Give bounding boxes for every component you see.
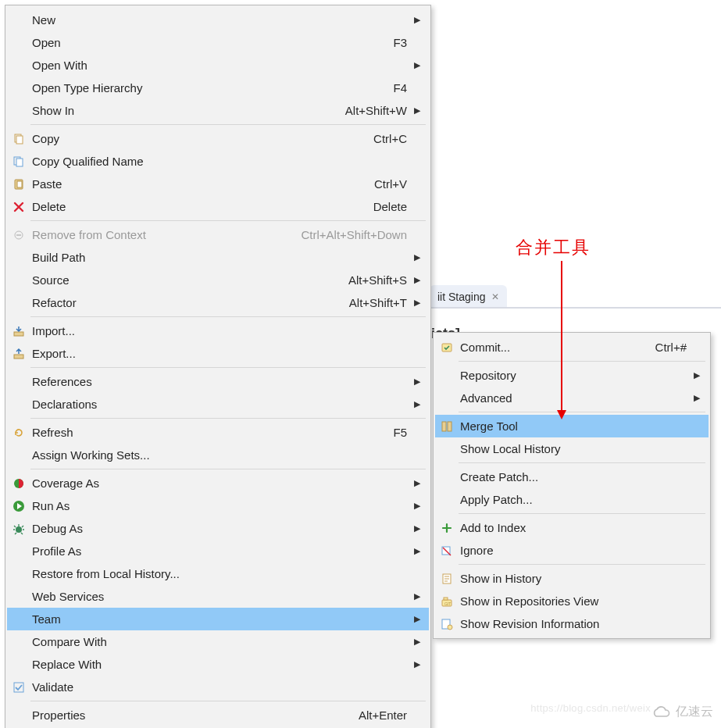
menu-item-label: Copy Qualified Name: [30, 155, 407, 168]
menu-item-team[interactable]: Team▶: [7, 608, 429, 630]
menu-item-open-type-hierarchy[interactable]: Open Type HierarchyF4: [7, 77, 429, 99]
menu-item-add-to-index[interactable]: Add to Index: [435, 516, 709, 539]
menu-item-merge-tool[interactable]: Merge Tool: [435, 415, 709, 437]
import-icon: [7, 325, 30, 337]
submenu-arrow-icon: ▶: [412, 15, 423, 25]
menu-separator: [459, 462, 705, 463]
watermark: 亿速云: [651, 704, 713, 720]
menu-item-profile-as[interactable]: Profile As▶: [7, 540, 429, 562]
menu-item-import[interactable]: Import...: [7, 319, 429, 342]
menu-item-create-patch[interactable]: Create Patch...: [435, 466, 709, 488]
annotation-label: 合并工具: [516, 236, 591, 259]
svg-point-11: [16, 526, 22, 533]
submenu-arrow-icon: ▶: [412, 275, 423, 285]
menu-item-shortcut: Ctrl+Alt+Shift+Down: [302, 228, 412, 241]
submenu-arrow-icon: ▶: [412, 298, 423, 308]
menu-item-delete[interactable]: DeleteDelete: [7, 195, 429, 218]
menu-item-advanced[interactable]: Advanced▶: [435, 387, 709, 409]
menu-item-label: Open: [30, 36, 393, 49]
menu-item-open[interactable]: OpenF3: [7, 31, 429, 54]
close-icon[interactable]: ✕: [491, 291, 499, 302]
menu-item-label: Export...: [30, 347, 407, 360]
submenu-arrow-icon: ▶: [412, 523, 423, 534]
menu-item-coverage-as[interactable]: Coverage As▶: [7, 472, 429, 494]
menu-item-compare-with[interactable]: Compare With▶: [7, 630, 429, 653]
ignore-icon: [435, 544, 459, 557]
menu-separator: [30, 367, 426, 368]
menu-item-copy[interactable]: CopyCtrl+C: [7, 127, 429, 150]
copy-qualified-icon: [7, 155, 30, 168]
menu-separator: [30, 220, 426, 221]
menu-item-shortcut: Ctrl+V: [374, 177, 412, 191]
menu-item-replace-with[interactable]: Replace With▶: [7, 653, 429, 676]
menu-separator: [459, 412, 705, 412]
menu-item-shortcut: Ctrl+C: [373, 132, 412, 145]
menu-item-shortcut: Alt+Shift+S: [348, 273, 412, 287]
menu-item-label: Coverage As: [30, 476, 407, 490]
menu-item-label: Remove from Context: [30, 228, 302, 241]
menu-item-label: Show in History: [459, 572, 687, 585]
menu-item-new[interactable]: New▶: [7, 9, 429, 31]
menu-item-commit[interactable]: Commit...Ctrl+#: [435, 336, 709, 359]
menu-item-label: Show In: [30, 104, 345, 117]
menu-item-label: Profile As: [30, 544, 407, 558]
menu-item-properties[interactable]: PropertiesAlt+Enter: [7, 704, 429, 726]
menu-item-shortcut: F5: [393, 426, 412, 439]
menu-item-repository[interactable]: Repository▶: [435, 364, 709, 387]
menu-item-debug-as[interactable]: Debug As▶: [7, 517, 429, 540]
menu-item-label: Copy: [30, 132, 373, 145]
menu-item-references[interactable]: References▶: [7, 370, 429, 393]
menu-item-show-local-history[interactable]: Show Local History: [435, 437, 709, 460]
git-staging-tab[interactable]: iit Staging ✕: [430, 285, 507, 309]
menu-item-web-services[interactable]: Web Services▶: [7, 585, 429, 608]
menu-item-label: Merge Tool: [459, 419, 687, 433]
svg-rect-8: [14, 355, 23, 359]
menu-item-shortcut: Ctrl+#: [655, 341, 691, 354]
menu-separator: [459, 513, 705, 514]
menu-item-show-in-history[interactable]: Show in History: [435, 567, 709, 590]
svg-rect-14: [442, 422, 446, 431]
menu-item-apply-patch[interactable]: Apply Patch...: [435, 488, 709, 511]
menu-item-assign-working-sets[interactable]: Assign Working Sets...: [7, 444, 429, 466]
menu-separator: [459, 564, 705, 565]
menu-item-show-revision-information[interactable]: Show Revision Information: [435, 612, 709, 635]
menu-item-shortcut: F3: [393, 36, 412, 49]
menu-item-refresh[interactable]: RefreshF5: [7, 421, 429, 444]
menu-item-refactor[interactable]: RefactorAlt+Shift+T▶: [7, 291, 429, 314]
menu-item-declarations[interactable]: Declarations▶: [7, 393, 429, 416]
svg-point-22: [448, 625, 452, 630]
menu-separator: [459, 361, 705, 362]
submenu-arrow-icon: ▶: [691, 370, 702, 380]
menu-item-show-in[interactable]: Show InAlt+Shift+W▶: [7, 99, 429, 122]
menu-item-show-in-repositories-view[interactable]: GITShow in Repositories View: [435, 590, 709, 612]
add-index-icon: [435, 522, 459, 534]
submenu-arrow-icon: ▶: [412, 501, 423, 511]
menu-item-label: Show Revision Information: [459, 617, 687, 630]
menu-item-export[interactable]: Export...: [7, 342, 429, 365]
menu-item-shortcut: Delete: [373, 200, 412, 213]
menu-item-label: Add to Index: [459, 521, 687, 534]
menu-item-validate[interactable]: Validate: [7, 676, 429, 698]
tab-strip-border: [430, 307, 721, 309]
context-menu-main: New▶OpenF3Open With▶Open Type HierarchyF…: [5, 5, 431, 728]
menu-item-source[interactable]: SourceAlt+Shift+S▶: [7, 269, 429, 291]
menu-separator: [30, 418, 426, 419]
menu-item-restore-from-local-history[interactable]: Restore from Local History...: [7, 562, 429, 585]
menu-item-copy-qualified-name[interactable]: Copy Qualified Name: [7, 150, 429, 173]
svg-text:GIT: GIT: [444, 601, 451, 606]
menu-item-ignore[interactable]: Ignore: [435, 539, 709, 562]
menu-item-shortcut: Alt+Enter: [359, 708, 412, 722]
menu-item-label: Web Services: [30, 590, 407, 603]
menu-item-run-as[interactable]: Run As▶: [7, 494, 429, 517]
menu-item-open-with[interactable]: Open With▶: [7, 54, 429, 77]
menu-item-remove-from-context: Remove from ContextCtrl+Alt+Shift+Down: [7, 223, 429, 246]
menu-item-label: Commit...: [459, 341, 655, 354]
submenu-arrow-icon: ▶: [412, 478, 423, 488]
svg-rect-7: [14, 332, 23, 336]
export-icon: [7, 348, 30, 360]
menu-item-paste[interactable]: PasteCtrl+V: [7, 173, 429, 195]
menu-item-label: Declarations: [30, 398, 407, 411]
menu-item-build-path[interactable]: Build Path▶: [7, 246, 429, 269]
menu-item-label: Assign Working Sets...: [30, 448, 407, 462]
submenu-arrow-icon: ▶: [412, 659, 423, 669]
